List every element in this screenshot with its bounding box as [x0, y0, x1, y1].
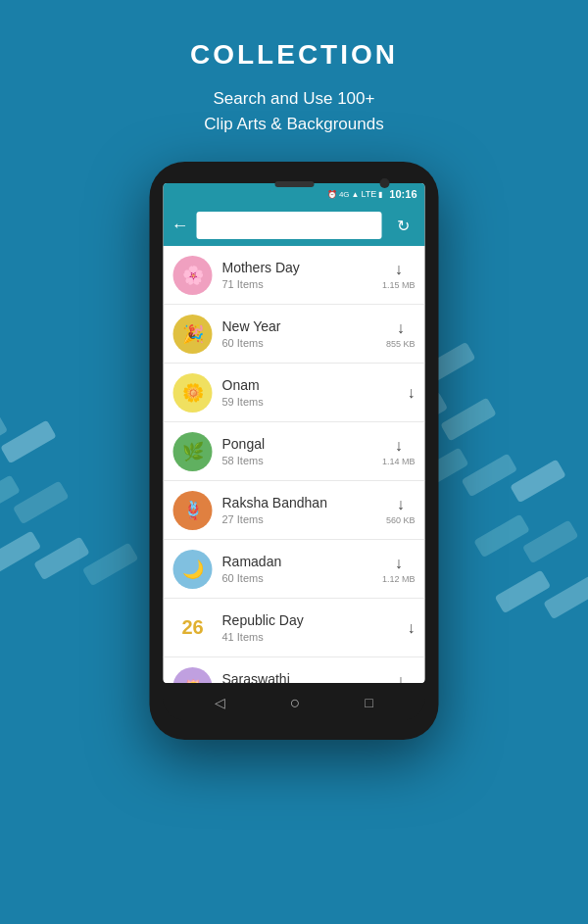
app-toolbar: ← ↻ [164, 205, 425, 246]
phone-screen: ⏰ 4G ▲ LTE ▮ 10:16 ← ↻ 🌸 [164, 183, 425, 683]
item-info-ramadan: Ramadan 60 Items [222, 554, 372, 584]
item-size: 855 KB [386, 339, 416, 349]
subtitle-line2: Clip Arts & Backgrounds [204, 115, 383, 133]
item-size: 1.12 MB [382, 574, 416, 584]
list-item[interactable]: 🌙 Ramadan 60 Items ↓ 1.12 MB [164, 540, 425, 599]
status-time: 10:16 [389, 188, 416, 200]
item-download-republic-day[interactable]: ↓ [408, 619, 416, 637]
subtitle: Search and Use 100+ Clip Arts & Backgrou… [0, 86, 588, 136]
item-name: Onam [222, 377, 398, 394]
item-icon-onam: 🌼 [173, 373, 213, 413]
download-icon: ↓ [397, 496, 405, 513]
list-item[interactable]: 🎉 New Year 60 Items ↓ 855 KB [164, 305, 425, 364]
item-name: Pongal [222, 436, 372, 453]
phone-speaker [274, 181, 314, 187]
item-name: Ramadan [222, 554, 372, 570]
download-icon: ↓ [408, 619, 416, 637]
nav-home-button[interactable]: ○ [290, 693, 301, 713]
item-count: 60 Items [222, 337, 376, 349]
item-size: 560 KB [386, 515, 416, 525]
item-count: 41 Items [222, 631, 398, 643]
item-download-ramadan[interactable]: ↓ 1.12 MB [382, 555, 416, 584]
item-icon-new-year: 🎉 [173, 315, 213, 354]
download-icon: ↓ [395, 437, 403, 455]
item-info-saraswathi: Saraswathi 10 Items [222, 671, 376, 683]
download-icon: ↓ [395, 261, 403, 278]
item-name: Republic Day [222, 612, 398, 629]
phone-body: ⏰ 4G ▲ LTE ▮ 10:16 ← ↻ 🌸 [150, 162, 439, 740]
item-info-pongal: Pongal 58 Items [222, 436, 372, 466]
subtitle-line1: Search and Use 100+ [214, 89, 375, 108]
header-section: COLLECTION Search and Use 100+ Clip Arts… [0, 0, 588, 156]
back-button[interactable]: ← [172, 216, 189, 236]
refresh-button[interactable]: ↻ [390, 212, 417, 239]
item-download-raksha-bandhan[interactable]: ↓ 560 KB [386, 496, 416, 525]
nav-recents-button[interactable]: □ [365, 695, 372, 710]
list-item[interactable]: 🌸 Mothers Day 71 Items ↓ 1.15 MB [164, 246, 425, 305]
item-name: Saraswathi [222, 671, 376, 683]
download-icon: ↓ [397, 319, 405, 337]
item-icon-raksha-bandhan: 🪢 [173, 491, 213, 530]
item-icon-saraswathi: 🪷 [173, 667, 213, 684]
item-download-pongal[interactable]: ↓ 1.14 MB [382, 437, 416, 466]
page-title: COLLECTION [0, 39, 588, 71]
phone-camera [380, 178, 390, 188]
item-download-new-year[interactable]: ↓ 855 KB [386, 319, 416, 349]
collection-list: 🌸 Mothers Day 71 Items ↓ 1.15 MB 🎉 [164, 246, 425, 683]
list-item[interactable]: 26 Republic Day 41 Items ↓ [164, 599, 425, 657]
download-icon: ↓ [395, 555, 403, 572]
item-count: 71 Items [222, 278, 372, 290]
list-item[interactable]: 🌿 Pongal 58 Items ↓ 1.14 MB [164, 422, 425, 481]
item-info-onam: Onam 59 Items [222, 377, 398, 408]
item-download-onam[interactable]: ↓ [408, 384, 416, 402]
item-icon-ramadan: 🌙 [173, 550, 213, 589]
list-item[interactable]: 🪷 Saraswathi 10 Items ↓ 723 KB [164, 657, 425, 683]
item-size: 1.15 MB [382, 280, 416, 290]
item-count: 27 Items [222, 513, 376, 525]
download-icon: ↓ [408, 384, 416, 402]
item-name: Mothers Day [222, 260, 372, 276]
item-name: Raksha Bandhan [222, 495, 376, 511]
item-info-new-year: New Year 60 Items [222, 318, 376, 349]
list-item[interactable]: 🌼 Onam 59 Items ↓ [164, 364, 425, 422]
item-name: New Year [222, 318, 376, 335]
phone-mockup: ⏰ 4G ▲ LTE ▮ 10:16 ← ↻ 🌸 [150, 162, 439, 740]
phone-nav-bar: ◁ ○ □ [164, 685, 425, 720]
item-count: 59 Items [222, 396, 398, 408]
download-icon: ↓ [397, 672, 405, 684]
list-item[interactable]: 🪢 Raksha Bandhan 27 Items ↓ 560 KB [164, 481, 425, 540]
signal-icon: ▲ [352, 190, 360, 199]
item-icon-pongal: 🌿 [173, 432, 213, 471]
item-size: 1.14 MB [382, 457, 416, 466]
item-download-mothers-day[interactable]: ↓ 1.15 MB [382, 261, 416, 290]
item-icon-republic-day: 26 [173, 608, 213, 648]
item-count: 60 Items [222, 572, 372, 584]
data-icon: 4G [339, 190, 350, 199]
item-download-saraswathi[interactable]: ↓ 723 KB [386, 672, 416, 684]
status-icons: ⏰ 4G ▲ LTE ▮ [327, 189, 382, 199]
search-input[interactable] [197, 212, 382, 239]
item-info-republic-day: Republic Day 41 Items [222, 612, 398, 643]
lte-label: LTE [362, 189, 377, 199]
item-info-raksha-bandhan: Raksha Bandhan 27 Items [222, 495, 376, 525]
item-icon-mothers-day: 🌸 [173, 256, 213, 295]
nav-back-button[interactable]: ◁ [215, 695, 225, 710]
item-info-mothers-day: Mothers Day 71 Items [222, 260, 372, 290]
alarm-icon: ⏰ [327, 190, 337, 199]
battery-icon: ▮ [378, 190, 382, 199]
item-count: 58 Items [222, 455, 372, 466]
